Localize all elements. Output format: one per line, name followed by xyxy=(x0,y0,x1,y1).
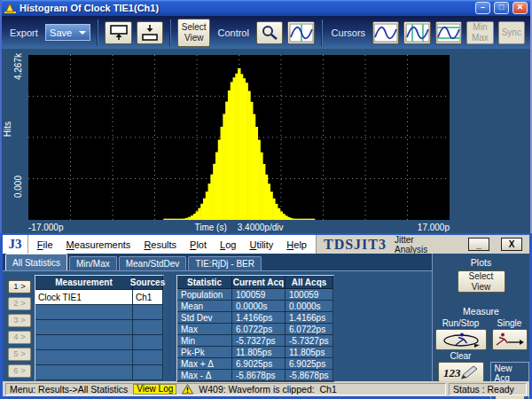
menu-help[interactable]: Help xyxy=(286,239,307,250)
histogram-plot-canvas xyxy=(28,55,450,220)
statistics-table: Statistic Current Acq All Acqs Populatio… xyxy=(176,275,334,382)
menu-file[interactable]: File xyxy=(37,239,53,250)
menu-log[interactable]: Log xyxy=(220,239,236,250)
waveform-two-horizontal-cursors-icon xyxy=(436,23,461,43)
chevron-down-icon xyxy=(79,31,86,35)
app-close-button[interactable]: X xyxy=(501,238,522,251)
brand-area: TDSJIT3 Jitter Analysis _ X xyxy=(316,235,529,254)
statistics-content: 1 > 2 > 3 > 4 > 5 > 6 > Measurement Sour… xyxy=(3,270,432,381)
arrow-down-tray-icon xyxy=(138,24,161,42)
window-title: Histogram Of Clock TIE1(Ch1) xyxy=(20,3,472,13)
measurement-3-button: 3 > xyxy=(8,314,31,327)
status-text: Status : Ready xyxy=(453,384,514,395)
histogram-window: Histogram Of Clock TIE1(Ch1) – □ ✕ Expor… xyxy=(0,0,532,233)
waveform-two-vertical-cursors-icon xyxy=(405,23,430,43)
single-button[interactable] xyxy=(492,329,528,350)
menu-bar: J3 File Measurements Results Plot Log Ut… xyxy=(3,235,529,254)
save-dropdown[interactable]: Save xyxy=(45,24,91,41)
sync-button: Sync xyxy=(498,21,525,44)
menu-utility[interactable]: Utility xyxy=(249,239,273,250)
plot-region: 4.267k Hits 0.000 -17.000p Time (s) 3.40… xyxy=(2,49,530,233)
plots-select-view-button[interactable]: Select View xyxy=(458,270,505,293)
x-axis: -17.000p Time (s) 3.4000p/div 17.000p xyxy=(28,223,450,232)
export-to-file-button[interactable] xyxy=(137,21,163,44)
cursors-label: Cursors xyxy=(332,27,366,38)
select-view-button[interactable]: Select View xyxy=(177,19,210,47)
menu-results[interactable]: Results xyxy=(144,239,176,250)
waveform-vertical-cursor-icon xyxy=(289,23,314,43)
vertical-cursors-button[interactable] xyxy=(403,21,430,44)
tdsjit3-window: J3 File Measurements Results Plot Log Ut… xyxy=(0,233,532,399)
waveform-icon xyxy=(373,23,398,43)
min-max-button: Min Max xyxy=(466,21,493,44)
toolbar-separator xyxy=(169,20,171,46)
x-axis-max-label: 17.000p xyxy=(344,223,450,232)
column-header-current-acq: Current Acq xyxy=(232,276,286,289)
app-icon xyxy=(4,3,16,13)
minimize-icon[interactable]: – xyxy=(475,2,490,14)
magnifier-icon xyxy=(260,24,279,42)
column-header-all-acqs: All Acqs xyxy=(286,276,333,289)
x-axis-title: Time (s) xyxy=(194,223,226,232)
measurement-row-1[interactable]: Clock TIE1 Ch1 xyxy=(35,290,163,305)
measurement-name-cell[interactable]: Clock TIE1 xyxy=(35,290,133,305)
measure-panel-title: Measure xyxy=(463,306,499,317)
stat-row-min: Min -5.7327ps -5.7327ps xyxy=(177,335,333,347)
tab-min-max[interactable]: Min/Max xyxy=(69,256,117,270)
toolbar-separator xyxy=(97,20,98,46)
measurement-4-button: 4 > xyxy=(8,331,31,344)
status-bar-left: Menu: Results->All Statistics View Log W… xyxy=(5,383,446,395)
plots-panel-title: Plots xyxy=(471,257,491,268)
maximize-icon[interactable]: □ xyxy=(494,2,509,14)
y-axis-max-label: 4.267k xyxy=(13,53,23,80)
waveform-cursor-control-button[interactable] xyxy=(287,21,314,44)
cursors-off-button[interactable] xyxy=(372,21,399,44)
app-minimize-button[interactable]: _ xyxy=(468,238,489,251)
close-icon[interactable]: ✕ xyxy=(512,2,528,14)
stat-row-max: Max 6.0722ps 6.0722ps xyxy=(177,324,333,335)
menu-measurements[interactable]: Measurements xyxy=(66,239,131,250)
measurement-source-cell[interactable]: Ch1 xyxy=(133,290,163,305)
y-axis-min-label: 0.000 xyxy=(13,176,23,198)
menu-plot[interactable]: Plot xyxy=(190,239,207,250)
brand-subtitle: Jitter Analysis xyxy=(395,235,444,254)
stat-row-stddev: Std Dev 1.4166ps 1.4166ps xyxy=(177,312,333,324)
run-stop-label: Run/Stop xyxy=(442,318,480,328)
titlebar: Histogram Of Clock TIE1(Ch1) – □ ✕ xyxy=(2,0,530,16)
warning-icon xyxy=(182,384,193,395)
measurement-1-button[interactable]: 1 > xyxy=(8,280,31,293)
tab-mean-stddev[interactable]: Mean/StdDev xyxy=(119,256,187,270)
x-axis-scale-label: 3.4000p/div xyxy=(238,223,284,232)
export-to-display-button[interactable] xyxy=(105,21,131,44)
main-content-row: All Statistics Min/Max Mean/StdDev TIE:R… xyxy=(3,254,529,381)
measurement-row-empty xyxy=(35,365,163,380)
y-axis-title: Hits xyxy=(3,121,12,137)
measurement-row-empty xyxy=(35,305,163,320)
clear-label: Clear xyxy=(450,351,472,361)
horizontal-cursors-button[interactable] xyxy=(435,21,462,44)
zoom-control-button[interactable] xyxy=(256,21,283,44)
single-label: Single xyxy=(497,318,522,328)
x-axis-min-label: -17.000p xyxy=(28,223,134,232)
view-log-button[interactable]: View Log xyxy=(133,384,176,395)
clear-123-pencil-icon: 123 xyxy=(442,364,481,380)
run-stop-button[interactable] xyxy=(435,329,487,350)
svg-text:123: 123 xyxy=(443,366,461,379)
runner-arrow-icon xyxy=(495,332,525,348)
stat-row-max-minus-delta: Max - Δ -5.8678ps -5.8678ps xyxy=(177,370,333,381)
status-bar-right: Status : Ready xyxy=(449,383,527,395)
tab-all-statistics[interactable]: All Statistics xyxy=(5,254,67,270)
plot-toolbar: Export Save Select View Control xyxy=(2,16,530,49)
measurement-selector-buttons: 1 > 2 > 3 > 4 > 5 > 6 > xyxy=(8,280,31,378)
statistics-table-header: Statistic Current Acq All Acqs xyxy=(177,276,333,289)
stat-row-max-plus-delta: Max + Δ 6.9025ps 6.9025ps xyxy=(177,358,333,370)
runner-loop-icon xyxy=(439,332,483,348)
measurement-row-empty xyxy=(35,320,163,335)
column-header-sources: Sources xyxy=(133,276,163,290)
results-area: All Statistics Min/Max Mean/StdDev TIE:R… xyxy=(3,254,432,381)
results-tabs: All Statistics Min/Max Mean/StdDev TIE:R… xyxy=(3,254,432,270)
tab-tie-rjdj-ber[interactable]: TIE:RjDj - BER xyxy=(188,256,262,270)
control-label: Control xyxy=(217,27,248,38)
clear-button[interactable]: 123 xyxy=(438,362,484,382)
toolbar-separator xyxy=(321,20,323,46)
